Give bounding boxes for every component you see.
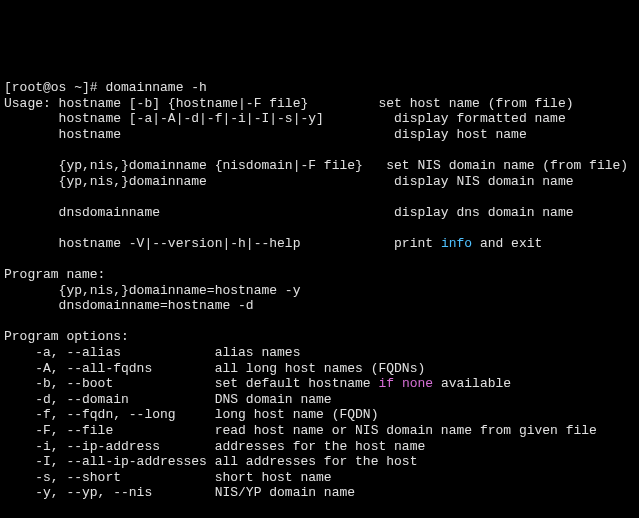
program-options-header: Program options: [4, 329, 129, 344]
boot-suffix: available [433, 376, 511, 391]
option-line: -i, --ip-address addresses for the host … [4, 439, 425, 454]
option-line: -d, --domain DNS domain name [4, 392, 332, 407]
option-line: -a, --alias alias names [4, 345, 300, 360]
program-name-header: Program name: [4, 267, 105, 282]
version-suffix: and exit [472, 236, 542, 251]
option-line: -I, --all-ip-addresses all addresses for… [4, 454, 417, 469]
usage-line: {yp,nis,}domainname {nisdomain|-F file} … [4, 158, 628, 173]
version-prefix: hostname -V|--version|-h|--help print [4, 236, 441, 251]
option-line: -f, --fqdn, --long long host name (FQDN) [4, 407, 378, 422]
option-line: -s, --short short host name [4, 470, 332, 485]
usage-version-line: hostname -V|--version|-h|--help print in… [4, 236, 542, 251]
prompt-line: [root@os ~]# domainname -h [4, 80, 207, 95]
program-name-line: dnsdomainname=hostname -d [4, 298, 254, 313]
if-keyword: if [378, 376, 394, 391]
info-keyword: info [441, 236, 472, 251]
option-boot-line: -b, --boot set default hostname if none … [4, 376, 511, 391]
option-line: -F, --file read host name or NIS domain … [4, 423, 597, 438]
option-line: -y, --yp, --nis NIS/YP domain name [4, 485, 355, 500]
program-name-line: {yp,nis,}domainname=hostname -y [4, 283, 300, 298]
usage-line: {yp,nis,}domainname display NIS domain n… [4, 174, 574, 189]
none-keyword: none [402, 376, 433, 391]
option-line: -A, --all-fqdns all long host names (FQD… [4, 361, 425, 376]
boot-mid [394, 376, 402, 391]
usage-header: Usage: hostname [-b] {hostname|-F file} … [4, 96, 574, 111]
terminal-output: [root@os ~]# domainname -h Usage: hostna… [4, 64, 635, 518]
usage-line: dnsdomainname display dns domain name [4, 205, 574, 220]
usage-line: hostname [-a|-A|-d|-f|-i|-I|-s|-y] displ… [4, 111, 566, 126]
boot-prefix: -b, --boot set default hostname [4, 376, 378, 391]
usage-line: hostname display host name [4, 127, 527, 142]
